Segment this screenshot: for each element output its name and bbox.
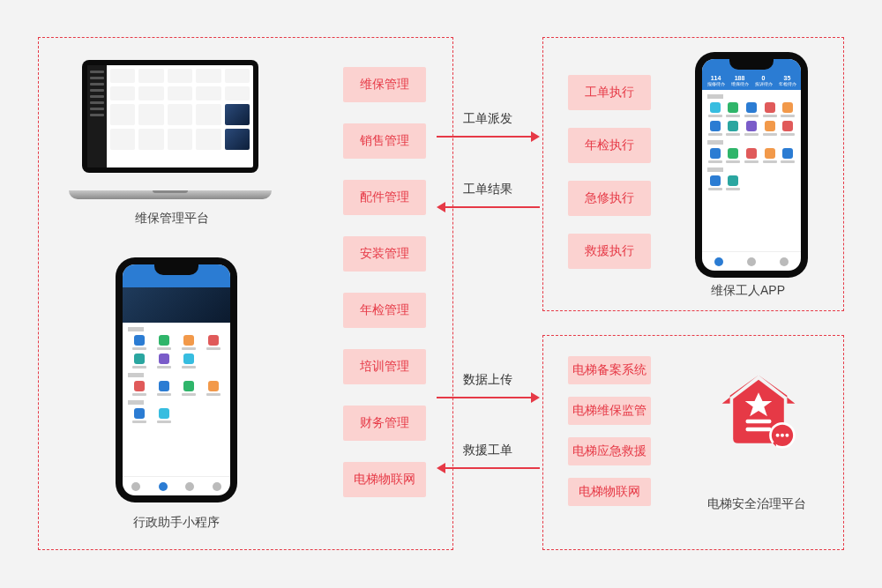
- tag-install-mgmt: 安装管理: [343, 236, 426, 272]
- tag-maintenance-mgmt: 维保管理: [343, 67, 426, 102]
- laptop-base: [69, 190, 272, 199]
- tag-supervision: 电梯维保监管: [568, 397, 651, 425]
- tag-finance-mgmt: 财务管理: [343, 406, 426, 441]
- tag-annual-mgmt: 年检管理: [343, 293, 426, 328]
- laptop-screen: [82, 60, 258, 173]
- miniapp-hero: [123, 287, 230, 323]
- arrow-dispatch-line: [437, 136, 531, 138]
- caption-safety-platform: 电梯安全治理平台: [699, 496, 814, 512]
- diagram-canvas: 维保管理 销售管理 配件管理 安装管理 年检管理 培训管理 财务管理 电梯物联网…: [0, 0, 882, 588]
- tag-iot-right: 电梯物联网: [568, 478, 651, 506]
- svg-point-7: [781, 434, 784, 437]
- worker-tabbar: [702, 251, 801, 271]
- tag-emergency: 电梯应急救援: [568, 437, 651, 465]
- phone-worker-app: 114报修待办 188维保待办 0投诉待办 35年检待办: [695, 52, 808, 278]
- laptop-sidebar: [87, 65, 107, 167]
- phone-notch-icon: [154, 264, 198, 275]
- miniapp-tabbar: [123, 476, 230, 495]
- svg-rect-3: [746, 420, 772, 424]
- arrow-result-line: [445, 206, 540, 208]
- svg-point-6: [776, 434, 780, 437]
- caption-platform: 维保管理平台: [123, 211, 220, 227]
- arrow-upload-head: [531, 392, 540, 403]
- arrow-rescue-line: [445, 467, 540, 469]
- laptop-mock: [69, 60, 272, 199]
- house-platform-icon: [719, 370, 798, 450]
- arrow-label-upload: 数据上传: [463, 372, 512, 388]
- worker-stats: 114报修待办 188维保待办 0投诉待办 35年检待办: [702, 71, 801, 90]
- arrow-label-rescue: 救援工单: [463, 443, 512, 458]
- phone-miniapp: [116, 257, 237, 502]
- svg-rect-4: [746, 428, 772, 432]
- caption-miniapp: 行政助手小程序: [123, 515, 229, 531]
- arrow-result-head: [437, 202, 445, 212]
- arrow-dispatch-head: [531, 131, 540, 142]
- svg-point-8: [785, 434, 789, 437]
- tag-repair-exec: 急修执行: [568, 181, 651, 216]
- tag-order-exec: 工单执行: [568, 75, 651, 110]
- tag-iot-left: 电梯物联网: [343, 462, 426, 497]
- phone-notch-icon: [729, 59, 774, 70]
- arrow-upload-line: [437, 397, 531, 398]
- arrow-label-result: 工单结果: [463, 182, 512, 197]
- tag-parts-mgmt: 配件管理: [343, 180, 426, 215]
- arrow-rescue-head: [437, 463, 445, 473]
- tag-annual-exec: 年检执行: [568, 128, 651, 163]
- tag-rescue-exec: 救援执行: [568, 234, 651, 269]
- tag-registry: 电梯备案系统: [568, 356, 651, 384]
- tag-sales-mgmt: 销售管理: [343, 123, 426, 159]
- tag-training-mgmt: 培训管理: [343, 349, 426, 384]
- caption-worker-app: 维保工人APP: [699, 283, 796, 299]
- arrow-label-dispatch: 工单派发: [463, 111, 512, 127]
